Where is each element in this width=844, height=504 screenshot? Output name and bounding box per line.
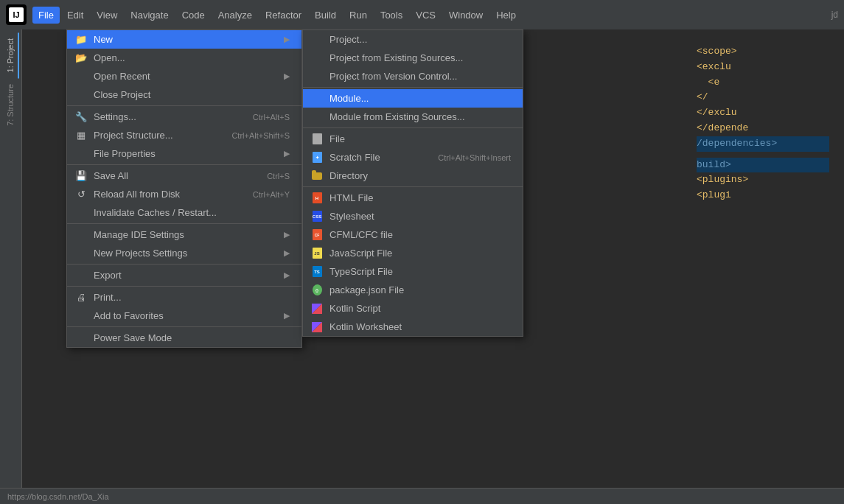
manage-ide-icon bbox=[74, 228, 88, 242]
code-line-1: <scope> bbox=[697, 44, 829, 60]
new-kotlin-worksheet[interactable]: Kotlin Worksheet bbox=[303, 318, 523, 336]
export-icon bbox=[74, 269, 88, 282]
menu-item-settings[interactable]: 🔧 Settings... Ctrl+Alt+S bbox=[67, 108, 301, 126]
app-icon: IJ bbox=[6, 4, 27, 25]
sidebar-tab-project[interactable]: 1: Project bbox=[3, 32, 19, 78]
file-properties-label: File Properties bbox=[94, 148, 156, 159]
new-project-vcs-label: Project from Version Control... bbox=[329, 71, 457, 82]
menu-item-close[interactable]: Close Project bbox=[67, 85, 301, 104]
code-line-6: </depende bbox=[697, 121, 829, 136]
print-label: Print... bbox=[94, 292, 122, 303]
invalidate-icon bbox=[74, 206, 88, 220]
new-js-icon: JS bbox=[310, 247, 324, 260]
new-project-icon bbox=[310, 33, 324, 46]
menu-item-print[interactable]: 🖨 Print... bbox=[67, 288, 301, 307]
new-project[interactable]: Project... bbox=[303, 30, 523, 49]
file-properties-icon bbox=[74, 147, 88, 161]
menu-item-export[interactable]: Export ▶ bbox=[67, 266, 301, 284]
save-all-label: Save All bbox=[94, 170, 128, 181]
menu-item-file-properties[interactable]: File Properties ▶ bbox=[67, 144, 301, 163]
new-html-file[interactable]: H HTML File bbox=[303, 189, 523, 207]
new-stylesheet-label: Stylesheet bbox=[329, 211, 374, 222]
new-package-json[interactable]: {} package.json File bbox=[303, 281, 523, 299]
new-project-existing-label: Project from Existing Sources... bbox=[329, 52, 463, 63]
new-js-label: JavaScript File bbox=[329, 248, 392, 259]
code-content: <scope> <exclu <e </ </exclu </depende /… bbox=[682, 29, 844, 218]
save-icon: 💾 bbox=[74, 169, 88, 183]
favorites-label: Add to Favorites bbox=[94, 310, 164, 321]
new-sep-2 bbox=[303, 127, 523, 128]
new-module-existing[interactable]: Module from Existing Sources... bbox=[303, 108, 523, 126]
menu-edit[interactable]: Edit bbox=[61, 7, 89, 24]
new-scratch-file-label: Scratch File bbox=[329, 152, 380, 163]
menu-item-save-all[interactable]: 💾 Save All Ctrl+S bbox=[67, 167, 301, 185]
menu-build[interactable]: Build bbox=[309, 7, 342, 24]
settings-shortcut: Ctrl+Alt+S bbox=[238, 113, 290, 122]
invalidate-label: Invalidate Caches / Restart... bbox=[94, 207, 217, 218]
menu-help[interactable]: Help bbox=[490, 7, 522, 24]
new-project-vcs[interactable]: Project from Version Control... bbox=[303, 67, 523, 85]
open-recent-label: Open Recent bbox=[94, 71, 150, 82]
menu-window[interactable]: Window bbox=[443, 7, 489, 24]
new-directory[interactable]: Directory bbox=[303, 167, 523, 185]
favorites-arrow: ▶ bbox=[284, 311, 290, 321]
new-module-icon bbox=[310, 92, 324, 105]
new-module[interactable]: Module... bbox=[303, 89, 523, 108]
manage-ide-label: Manage IDE Settings bbox=[94, 229, 184, 240]
menu-item-invalidate[interactable]: Invalidate Caches / Restart... bbox=[67, 203, 301, 222]
new-stylesheet[interactable]: CSS Stylesheet bbox=[303, 207, 523, 225]
code-line-5: </exclu bbox=[697, 105, 829, 121]
export-label: Export bbox=[94, 270, 122, 281]
menu-item-new[interactable]: 📁 New ▶ bbox=[67, 30, 301, 49]
menu-run[interactable]: Run bbox=[343, 7, 373, 24]
menu-item-favorites[interactable]: Add to Favorites ▶ bbox=[67, 307, 301, 325]
sidebar-tab-structure[interactable]: 7: Structure bbox=[3, 78, 19, 132]
new-projects-arrow: ▶ bbox=[284, 248, 290, 258]
new-project-existing[interactable]: Project from Existing Sources... bbox=[303, 49, 523, 67]
new-kotlin-script-label: Kotlin Script bbox=[329, 303, 380, 314]
new-directory-label: Directory bbox=[329, 170, 368, 181]
new-projects-label: New Projects Settings bbox=[94, 248, 187, 259]
code-line-2: <exclu bbox=[697, 60, 829, 75]
new-js-file[interactable]: JS JavaScript File bbox=[303, 244, 523, 262]
new-sep-3 bbox=[303, 186, 523, 187]
code-line-7: /dependencies> bbox=[697, 136, 829, 152]
menu-code[interactable]: Code bbox=[176, 7, 211, 24]
menu-item-new-projects[interactable]: New Projects Settings ▶ bbox=[67, 244, 301, 262]
menu-navigate[interactable]: Navigate bbox=[125, 7, 174, 24]
new-sep-1 bbox=[303, 87, 523, 88]
menu-item-power-save[interactable]: Power Save Mode bbox=[67, 329, 301, 347]
file-menu-dropdown: 📁 New ▶ 📂 Open... Open Recent ▶ Close Pr… bbox=[66, 29, 302, 348]
new-ts-file[interactable]: TS TypeScript File bbox=[303, 262, 523, 281]
menu-item-project-structure[interactable]: ▦ Project Structure... Ctrl+Alt+Shift+S bbox=[67, 126, 301, 144]
menu-item-manage-ide[interactable]: Manage IDE Settings ▶ bbox=[67, 225, 301, 244]
menu-vcs[interactable]: VCS bbox=[410, 7, 442, 24]
menu-item-open[interactable]: 📂 Open... bbox=[67, 49, 301, 67]
print-icon: 🖨 bbox=[74, 291, 88, 304]
new-cfml[interactable]: CF CFML/CFC file bbox=[303, 225, 523, 244]
sep-4 bbox=[67, 264, 301, 265]
new-kotlin-worksheet-icon bbox=[310, 321, 324, 334]
reload-label: Reload All from Disk bbox=[94, 189, 180, 200]
new-kotlin-script[interactable]: Kotlin Script bbox=[303, 299, 523, 318]
new-file-label: File bbox=[329, 133, 345, 144]
close-icon bbox=[74, 88, 88, 102]
menu-view[interactable]: View bbox=[91, 7, 123, 24]
scratch-file-shortcut: Ctrl+Alt+Shift+Insert bbox=[423, 153, 511, 162]
new-scratch-file[interactable]: ✦ Scratch File Ctrl+Alt+Shift+Insert bbox=[303, 148, 523, 167]
menu-item-open-recent[interactable]: Open Recent ▶ bbox=[67, 67, 301, 85]
project-structure-shortcut: Ctrl+Alt+Shift+S bbox=[217, 131, 290, 140]
menu-item-reload[interactable]: ↺ Reload All from Disk Ctrl+Alt+Y bbox=[67, 185, 301, 203]
new-file[interactable]: File bbox=[303, 130, 523, 148]
new-project-label: Project... bbox=[329, 34, 367, 45]
settings-label: Settings... bbox=[94, 111, 136, 122]
menu-file[interactable]: File bbox=[32, 7, 60, 24]
open-recent-icon bbox=[74, 70, 88, 83]
new-arrow: ▶ bbox=[284, 35, 290, 44]
new-kotlin-worksheet-label: Kotlin Worksheet bbox=[329, 321, 402, 332]
menu-tools[interactable]: Tools bbox=[374, 7, 408, 24]
new-module-existing-label: Module from Existing Sources... bbox=[329, 111, 465, 122]
menu-analyze[interactable]: Analyze bbox=[212, 7, 258, 24]
reload-shortcut: Ctrl+Alt+Y bbox=[238, 190, 290, 199]
menu-refactor[interactable]: Refactor bbox=[259, 7, 307, 24]
